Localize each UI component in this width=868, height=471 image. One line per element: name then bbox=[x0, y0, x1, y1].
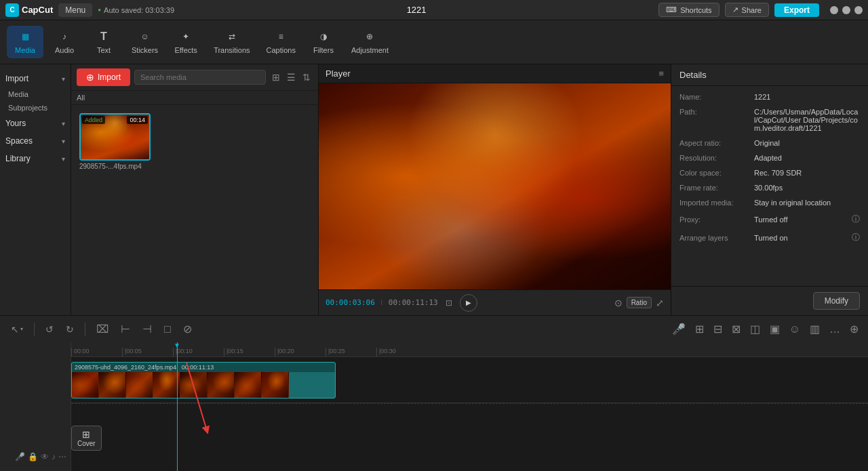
cover-area: ⊞ Cover bbox=[71, 426, 102, 451]
modify-button[interactable]: Modify bbox=[813, 292, 860, 310]
timeline-ruler: 00:00 |00:05 |00:10 |00:15 |00:20 |00:25… bbox=[71, 342, 868, 357]
tl-bg-button[interactable]: ▥ bbox=[807, 320, 823, 338]
track-audio-icon[interactable]: ♪ bbox=[52, 452, 56, 462]
proxy-info-icon[interactable]: ⓘ bbox=[852, 213, 860, 225]
tool-media[interactable]: ▦ Media bbox=[7, 26, 43, 58]
crop-audio-button[interactable]: ⊘ bbox=[179, 320, 196, 338]
shortcuts-icon: ⌨ bbox=[666, 5, 677, 14]
tl-more-button[interactable]: … bbox=[827, 321, 843, 338]
split-icon: ⌧ bbox=[96, 323, 108, 335]
select-tool[interactable]: ↖ ▾ bbox=[7, 321, 27, 337]
player-viewport[interactable] bbox=[319, 83, 671, 289]
ruler-mark-30: |00:30 bbox=[376, 348, 427, 356]
stickers-icon: ☺ bbox=[138, 30, 152, 43]
media-item[interactable]: Added 00:14 2908575-...4fps.mp4 bbox=[79, 113, 151, 170]
import-button[interactable]: Import bbox=[77, 68, 130, 86]
detail-row-path: Path: C:/Users/Usman/AppData/Local/CapCu… bbox=[679, 108, 860, 132]
tl-zoom-button[interactable]: ⊕ bbox=[847, 320, 861, 338]
share-icon: ↗ bbox=[732, 5, 738, 14]
detail-label-colorspace: Color space: bbox=[679, 169, 754, 177]
sidebar-item-subprojects[interactable]: Subprojects bbox=[0, 101, 71, 115]
sidebar-item-library[interactable]: Library ▾ bbox=[0, 150, 71, 167]
player-header: Player ≡ bbox=[319, 64, 671, 83]
trim-left-button[interactable]: ⊢ bbox=[117, 320, 134, 338]
tool-transitions[interactable]: ⇄ Transitions bbox=[207, 26, 256, 58]
tl-link3-button[interactable]: ⊠ bbox=[729, 320, 743, 338]
tool-filters[interactable]: ◑ Filters bbox=[305, 26, 342, 58]
sidebar-item-spaces[interactable]: Spaces ▾ bbox=[0, 132, 71, 150]
cover-button[interactable]: ⊞ Cover bbox=[71, 426, 102, 451]
tool-effects[interactable]: ✦ Effects bbox=[167, 26, 204, 58]
filters-label: Filters bbox=[313, 46, 334, 54]
tool-audio[interactable]: ♪ Audio bbox=[46, 26, 83, 58]
frame-8 bbox=[262, 372, 289, 398]
all-tab[interactable]: All bbox=[77, 94, 85, 102]
ruler-mark-5: |00:05 bbox=[122, 348, 173, 356]
tool-text[interactable]: T Text bbox=[85, 26, 122, 58]
video-clip[interactable]: 2908575-uhd_4096_2160_24fps.mp4 00:00:11… bbox=[71, 362, 336, 398]
empty-track bbox=[71, 403, 868, 457]
ruler-mark-25: |00:25 bbox=[326, 348, 376, 356]
sidebar-item-import[interactable]: Import ▾ bbox=[0, 70, 71, 87]
list-view-button[interactable]: ☰ bbox=[285, 70, 298, 85]
playhead[interactable] bbox=[177, 342, 178, 471]
trim-right-button[interactable]: ⊣ bbox=[138, 320, 156, 338]
select-arrow: ▾ bbox=[20, 326, 23, 332]
captions-icon: ≡ bbox=[274, 30, 288, 43]
menu-button[interactable]: Menu bbox=[58, 3, 92, 17]
player-right-controls: ⊙ Ratio ⤢ bbox=[614, 297, 664, 308]
split-button[interactable]: ⌧ bbox=[92, 320, 113, 338]
play-button[interactable]: ▶ bbox=[460, 294, 477, 312]
grid-view-button[interactable]: ⊞ bbox=[270, 70, 282, 85]
tool-captions[interactable]: ≡ Captions bbox=[260, 26, 302, 58]
tl-caption-button[interactable]: ▣ bbox=[767, 320, 783, 338]
share-button[interactable]: ↗ Share bbox=[725, 3, 769, 17]
window-controls bbox=[830, 6, 863, 14]
sort-button[interactable]: ⇅ bbox=[300, 70, 313, 85]
sidebar-item-media[interactable]: Media bbox=[0, 87, 71, 101]
mic-button[interactable]: 🎤 bbox=[669, 320, 688, 338]
delete-button[interactable]: □ bbox=[160, 321, 175, 338]
timeline-controls: ↖ ▾ ↺ ↻ ⌧ ⊢ ⊣ □ ⊘ 🎤 ⊞ ⊟ ⊠ ◫ ▣ ☺ ▥ … ⊕ bbox=[0, 315, 868, 342]
duration-badge: 00:14 bbox=[127, 116, 148, 124]
tl-emoji-button[interactable]: ☺ bbox=[787, 321, 803, 338]
project-title: 1221 bbox=[407, 5, 427, 15]
titlebar-left: C CapCut Menu Auto saved: 03:03:39 bbox=[5, 3, 174, 17]
minimize-button[interactable] bbox=[830, 6, 838, 14]
track-mic-icon[interactable]: 🎤 bbox=[15, 452, 25, 462]
shortcuts-button[interactable]: ⌨ Shortcuts bbox=[658, 3, 719, 17]
export-button[interactable]: Export bbox=[774, 3, 819, 17]
track-eye-icon[interactable]: 👁 bbox=[41, 452, 49, 462]
fullscreen-button[interactable]: ⤢ bbox=[656, 298, 664, 308]
track-controls: 🎤 🔒 👁 ♪ ⋯ bbox=[0, 449, 71, 464]
search-input[interactable] bbox=[134, 70, 266, 85]
tl-link4-button[interactable]: ◫ bbox=[747, 320, 763, 338]
arrange-info-icon[interactable]: ⓘ bbox=[852, 232, 860, 243]
tool-stickers[interactable]: ☺ Stickers bbox=[125, 26, 165, 58]
player-menu-button[interactable]: ≡ bbox=[658, 68, 664, 79]
track-more-icon[interactable]: ⋯ bbox=[58, 452, 66, 462]
captions-toggle[interactable]: ⊡ bbox=[443, 296, 454, 310]
track-lock-icon[interactable]: 🔒 bbox=[28, 452, 38, 462]
close-button[interactable] bbox=[854, 6, 863, 14]
timecode-sep: ⁞ bbox=[380, 298, 383, 307]
ratio-button[interactable]: Ratio bbox=[627, 297, 652, 308]
maximize-button[interactable] bbox=[842, 6, 850, 14]
subprojects-label: Subprojects bbox=[8, 104, 47, 112]
tl-link1-button[interactable]: ⊞ bbox=[692, 320, 707, 338]
sidebar-item-yours[interactable]: Yours ▾ bbox=[0, 115, 71, 132]
details-title: Details bbox=[671, 64, 868, 86]
undo-button[interactable]: ↺ bbox=[41, 321, 58, 337]
text-label: Text bbox=[97, 46, 111, 54]
detail-value-framerate: 30.00fps bbox=[754, 184, 860, 192]
effects-icon: ✦ bbox=[179, 30, 193, 43]
tool-adjustment[interactable]: ⊕ Adjustment bbox=[344, 26, 395, 58]
redo-icon: ↻ bbox=[66, 324, 74, 335]
details-footer: Modify bbox=[671, 286, 868, 315]
screenshot-button[interactable]: ⊙ bbox=[614, 298, 623, 308]
redo-button[interactable]: ↻ bbox=[62, 321, 78, 337]
sidebar: Import ▾ Media Subprojects Yours ▾ Space… bbox=[0, 64, 71, 315]
player-controls: 00:00:03:06 ⁞ 00:00:11:13 ⊡ ▶ ⊙ Ratio ⤢ bbox=[319, 289, 671, 315]
adjustment-label: Adjustment bbox=[351, 46, 389, 54]
tl-link2-button[interactable]: ⊟ bbox=[711, 320, 725, 338]
